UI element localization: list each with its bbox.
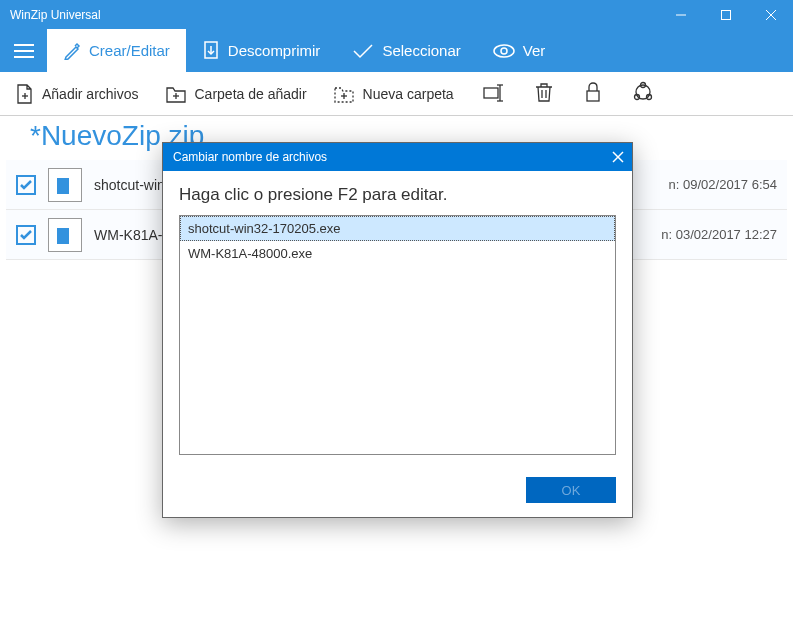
file-icon — [48, 168, 82, 202]
rename-icon[interactable] — [480, 80, 506, 108]
dialog-title: Cambiar nombre de archivos — [173, 150, 327, 164]
checkbox[interactable] — [16, 175, 36, 195]
svg-rect-17 — [484, 88, 498, 98]
extract-icon — [202, 40, 220, 62]
svg-rect-23 — [587, 91, 599, 101]
rename-dialog: Cambiar nombre de archivos Haga clic o p… — [162, 142, 633, 518]
tab-label: Seleccionar — [382, 42, 460, 59]
close-icon — [612, 151, 624, 163]
titlebar: WinZip Universal — [0, 0, 793, 29]
add-files-button[interactable]: Añadir archivos — [14, 83, 139, 105]
toolbar: Añadir archivos Carpeta de añadir Nueva … — [0, 72, 793, 116]
tab-create-edit[interactable]: Crear/Editar — [47, 29, 186, 72]
dialog-list-item[interactable]: shotcut-win32-170205.exe — [180, 216, 615, 241]
add-folder-button[interactable]: Carpeta de añadir — [165, 84, 307, 104]
tab-label: Descomprimir — [228, 42, 321, 59]
tab-select[interactable]: Seleccionar — [336, 29, 476, 72]
tab-decompress[interactable]: Descomprimir — [186, 29, 337, 72]
svg-point-10 — [501, 48, 507, 54]
dialog-list-item[interactable]: WM-K81A-48000.exe — [180, 241, 615, 266]
toolbar-label: Carpeta de añadir — [195, 86, 307, 102]
svg-rect-1 — [721, 10, 730, 19]
ok-button[interactable]: OK — [526, 477, 616, 503]
close-button[interactable] — [748, 0, 793, 29]
file-date: n: 09/02/2017 6:54 — [669, 177, 777, 192]
file-icon — [48, 218, 82, 252]
tab-label: Ver — [523, 42, 546, 59]
dialog-titlebar: Cambiar nombre de archivos — [163, 143, 632, 171]
pencil-icon — [63, 42, 81, 60]
dialog-file-list[interactable]: shotcut-win32-170205.exe WM-K81A-48000.e… — [179, 215, 616, 455]
eye-icon — [493, 44, 515, 58]
toolbar-label: Nueva carpeta — [363, 86, 454, 102]
minimize-button[interactable] — [658, 0, 703, 29]
dialog-close-button[interactable] — [604, 143, 632, 171]
check-icon — [352, 43, 374, 59]
file-date: n: 03/02/2017 12:27 — [661, 227, 777, 242]
tab-view[interactable]: Ver — [477, 29, 562, 72]
folder-new-icon — [333, 84, 355, 104]
file-plus-icon — [14, 83, 34, 105]
tabbar: Crear/Editar Descomprimir Seleccionar Ve… — [0, 29, 793, 72]
svg-point-9 — [494, 45, 514, 57]
new-folder-button[interactable]: Nueva carpeta — [333, 84, 454, 104]
lock-icon[interactable] — [582, 79, 604, 109]
window-title: WinZip Universal — [10, 8, 101, 22]
tab-label: Crear/Editar — [89, 42, 170, 59]
delete-icon[interactable] — [532, 79, 556, 109]
checkbox[interactable] — [16, 225, 36, 245]
dialog-message: Haga clic o presione F2 para editar. — [179, 185, 616, 205]
maximize-button[interactable] — [703, 0, 748, 29]
hamburger-menu[interactable] — [0, 29, 47, 72]
toolbar-label: Añadir archivos — [42, 86, 139, 102]
folder-plus-icon — [165, 84, 187, 104]
share-icon[interactable] — [630, 79, 656, 109]
